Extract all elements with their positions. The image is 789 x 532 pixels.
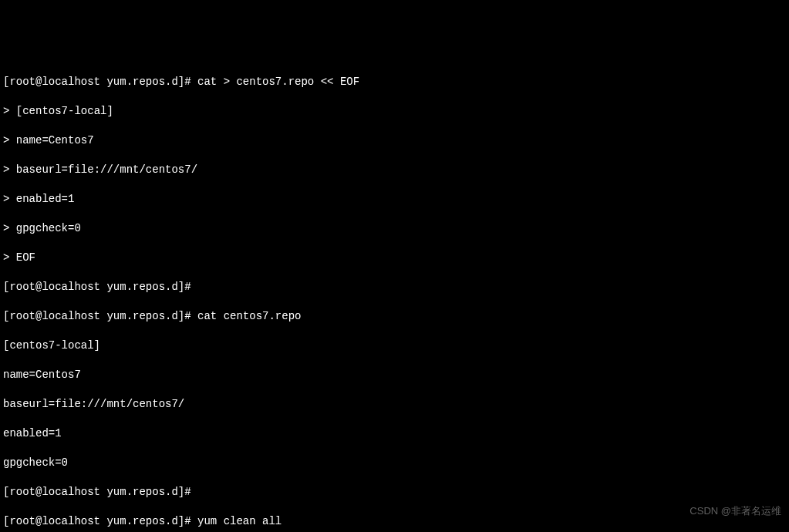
command-text: cat > centos7.repo << EOF (197, 76, 359, 88)
continuation-prompt: > (3, 134, 9, 146)
shell-prompt: [root@localhost yum.repos.d]# (3, 281, 191, 293)
heredoc-content: gpgcheck=0 (16, 222, 81, 234)
output-line: gpgcheck=0 (3, 456, 786, 470)
heredoc-content: name=Centos7 (16, 134, 94, 146)
prompt-line: [root@localhost yum.repos.d]# (3, 280, 786, 295)
output-line: name=Centos7 (3, 368, 786, 382)
output-line: baseurl=file:///mnt/centos7/ (3, 397, 786, 412)
heredoc-line: > [centos7-local] (3, 104, 786, 119)
shell-prompt: [root@localhost yum.repos.d]# (3, 515, 191, 527)
heredoc-content: baseurl=file:///mnt/centos7/ (16, 163, 197, 176)
prompt-line: [root@localhost yum.repos.d]# cat > cent… (3, 75, 786, 89)
prompt-line: [root@localhost yum.repos.d]# cat centos… (3, 309, 786, 324)
continuation-prompt: > (3, 163, 9, 176)
continuation-prompt: > (3, 251, 9, 264)
heredoc-line: > gpgcheck=0 (3, 221, 786, 236)
heredoc-content: enabled=1 (16, 193, 75, 205)
heredoc-line: > enabled=1 (3, 192, 786, 207)
prompt-line: [root@localhost yum.repos.d]# yum clean … (3, 514, 786, 529)
output-line: [centos7-local] (3, 338, 786, 353)
shell-prompt: [root@localhost yum.repos.d]# (3, 486, 191, 498)
heredoc-line: > name=Centos7 (3, 133, 786, 148)
continuation-prompt: > (3, 222, 9, 234)
command-text: cat centos7.repo (197, 310, 301, 322)
output-line: enabled=1 (3, 426, 786, 441)
heredoc-line: > baseurl=file:///mnt/centos7/ (3, 163, 786, 177)
command-text: yum clean all (197, 515, 282, 527)
heredoc-content: EOF (16, 251, 35, 264)
continuation-prompt: > (3, 105, 9, 117)
shell-prompt: [root@localhost yum.repos.d]# (3, 76, 191, 88)
terminal-output[interactable]: [root@localhost yum.repos.d]# cat > cent… (3, 60, 786, 532)
shell-prompt: [root@localhost yum.repos.d]# (3, 310, 191, 322)
heredoc-line: > EOF (3, 251, 786, 265)
watermark-text: CSDN @非著名运维 (690, 503, 781, 518)
prompt-line: [root@localhost yum.repos.d]# (3, 485, 786, 500)
heredoc-content: [centos7-local] (16, 105, 113, 117)
continuation-prompt: > (3, 193, 9, 205)
